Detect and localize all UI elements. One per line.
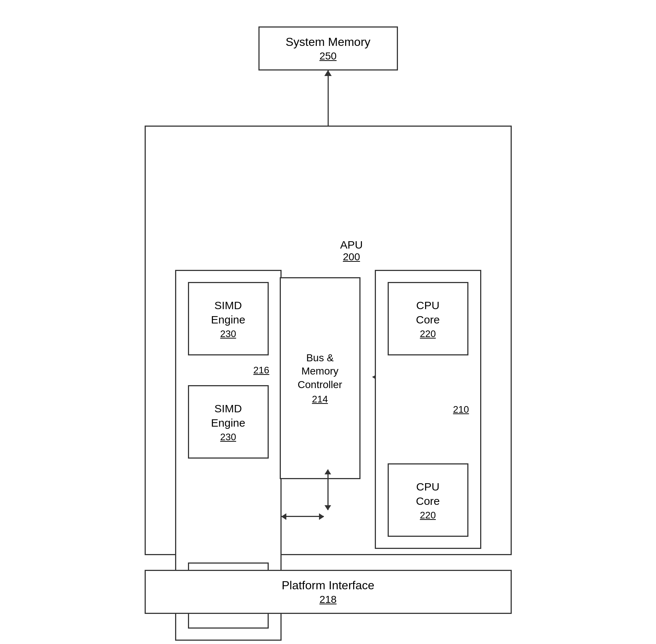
right-panel: CPU Core 220 210 CPU Core 220 bbox=[375, 270, 481, 549]
cpu-core-1-ref: 220 bbox=[420, 328, 436, 340]
platform-interface-label: Platform Interface bbox=[282, 579, 374, 592]
cpu-panel-ref: 210 bbox=[453, 404, 469, 415]
arrow-bus-platform bbox=[327, 470, 329, 510]
simd-engine-1-ref: 230 bbox=[220, 328, 236, 340]
apu-label-area: APU 200 bbox=[340, 239, 363, 263]
cpu-core-1-box: CPU Core 220 bbox=[388, 282, 468, 355]
cpu-core-2-ref: 220 bbox=[420, 510, 436, 521]
cpu-core-2-box: CPU Core 220 bbox=[388, 463, 468, 537]
simd-engine-2-box: SIMD Engine 230 bbox=[188, 385, 269, 459]
apu-box: APU 200 SIMD Engine 230 216 SIMD Engine … bbox=[145, 126, 512, 555]
system-memory-box: System Memory 250 bbox=[258, 26, 398, 70]
system-memory-label: System Memory bbox=[286, 35, 370, 49]
system-memory-ref: 250 bbox=[319, 50, 337, 62]
simd-panel-ref: 216 bbox=[253, 365, 269, 376]
bus-controller-ref: 214 bbox=[312, 394, 328, 405]
simd-engine-2-ref: 230 bbox=[220, 431, 236, 443]
simd-engine-2-label: SIMD Engine bbox=[211, 401, 245, 430]
apu-ref: 200 bbox=[340, 251, 363, 263]
simd-engine-1-label: SIMD Engine bbox=[211, 298, 245, 327]
apu-label: APU bbox=[340, 239, 363, 251]
bus-controller-box: Bus & Memory Controller 214 bbox=[280, 277, 360, 479]
bus-controller-label: Bus & Memory Controller bbox=[298, 351, 342, 391]
diagram: System Memory 250 APU 200 SIMD Engine 23… bbox=[126, 19, 530, 625]
simd-engine-1-box: SIMD Engine 230 bbox=[188, 282, 269, 355]
platform-interface-ref: 218 bbox=[319, 594, 337, 605]
platform-interface-box: Platform Interface 218 bbox=[145, 570, 512, 614]
cpu-core-2-label: CPU Core bbox=[416, 480, 440, 508]
cpu-core-1-label: CPU Core bbox=[416, 298, 440, 327]
arrow-gpu-bus bbox=[282, 516, 324, 517]
